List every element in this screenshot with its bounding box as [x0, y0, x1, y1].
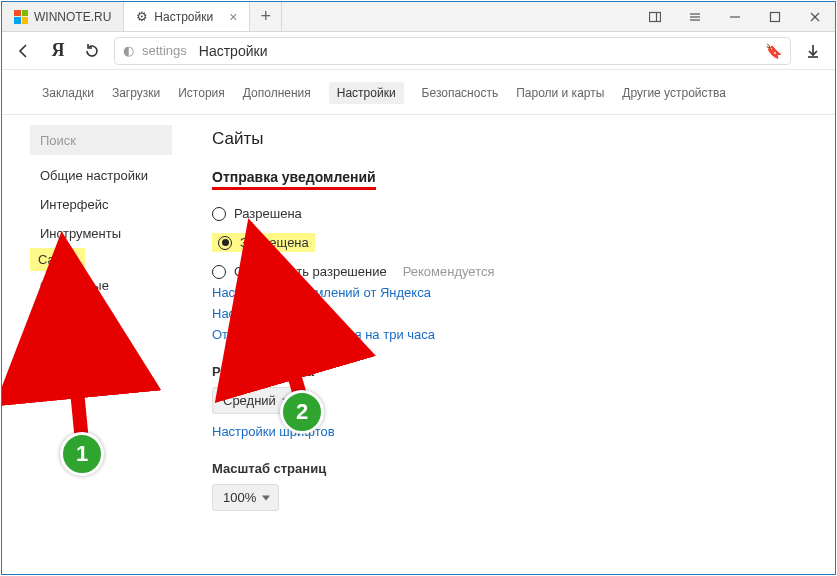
link-font-settings[interactable]: Настройки шрифтов [212, 424, 811, 439]
page-scale-dropdown[interactable]: 100% [212, 484, 279, 511]
font-size-heading: Размер шрифта [212, 364, 811, 379]
url-title: Настройки [199, 43, 268, 59]
page-title: Сайты [212, 129, 811, 149]
url-key: settings [142, 43, 187, 58]
radio-allowed[interactable]: Разрешена [212, 206, 811, 221]
link-disable-3h[interactable]: Отключить уведомления на три часа [212, 327, 811, 342]
sidebar-toggle-icon[interactable] [635, 2, 675, 32]
winnote-logo-icon [14, 10, 28, 24]
svg-rect-6 [771, 12, 780, 21]
address-bar: Я ◐ settings Настройки 🔖 [2, 32, 835, 70]
gear-icon: ⚙ [136, 9, 148, 24]
window-controls [635, 2, 835, 31]
recommended-label: Рекомендуется [403, 264, 495, 279]
sidebar-item-interface[interactable]: Интерфейс [30, 190, 172, 219]
radio-label: Разрешена [234, 206, 302, 221]
radio-icon-selected [218, 236, 232, 250]
sidebar-item-sites[interactable]: Сайты [30, 248, 85, 271]
sidebar-item-system[interactable]: Системные [30, 271, 172, 300]
yandex-logo-icon[interactable]: Я [46, 39, 70, 63]
page-scale-heading: Масштаб страниц [212, 461, 811, 476]
bookmark-icon[interactable]: 🔖 [765, 43, 782, 59]
reload-button[interactable] [80, 39, 104, 63]
radio-ask[interactable]: Спрашивать разрешение Рекомендуется [212, 264, 811, 279]
notifications-heading: Отправка уведомлений [212, 169, 376, 190]
content: Поиск Общие настройки Интерфейс Инструме… [2, 115, 835, 576]
radio-forbidden[interactable]: Запрещена [212, 233, 315, 252]
svg-rect-0 [650, 12, 661, 21]
sidebar-item-general[interactable]: Общие настройки [30, 161, 172, 190]
nav-security[interactable]: Безопасность [422, 86, 499, 100]
address-field[interactable]: ◐ settings Настройки 🔖 [114, 37, 791, 65]
nav-extensions[interactable]: Дополнения [243, 86, 311, 100]
nav-downloads[interactable]: Загрузки [112, 86, 160, 100]
radio-label: Запрещена [240, 235, 309, 250]
minimize-button[interactable] [715, 2, 755, 32]
link-yandex-notifications[interactable]: Настройки уведомлений от Яндекса [212, 285, 811, 300]
radio-icon [212, 265, 226, 279]
new-tab-button[interactable]: + [250, 2, 282, 31]
tab-active[interactable]: ⚙ Настройки × [124, 2, 250, 31]
sidebar-item-tools[interactable]: Инструменты [30, 219, 172, 248]
back-button[interactable] [12, 39, 36, 63]
nav-devices[interactable]: Другие устройства [622, 86, 726, 100]
nav-bookmarks[interactable]: Закладки [42, 86, 94, 100]
link-site-settings[interactable]: Настройки сайтов [212, 306, 811, 321]
tab-label: Настройки [154, 10, 213, 24]
shield-icon: ◐ [123, 43, 134, 58]
tab-label: WINNOTE.RU [34, 10, 111, 24]
titlebar: WINNOTE.RU ⚙ Настройки × + [2, 2, 835, 32]
search-input[interactable]: Поиск [30, 125, 172, 155]
tab-inactive[interactable]: WINNOTE.RU [2, 2, 124, 31]
menu-icon[interactable] [675, 2, 715, 32]
nav-history[interactable]: История [178, 86, 225, 100]
settings-nav: Закладки Загрузки История Дополнения Нас… [2, 70, 835, 115]
font-size-dropdown[interactable]: Средний [212, 387, 299, 414]
nav-settings[interactable]: Настройки [329, 82, 404, 104]
main-panel: Сайты Отправка уведомлений Разрешена Зап… [172, 115, 835, 576]
maximize-button[interactable] [755, 2, 795, 32]
download-button[interactable] [801, 39, 825, 63]
sidebar: Поиск Общие настройки Интерфейс Инструме… [2, 115, 172, 576]
radio-label: Спрашивать разрешение [234, 264, 387, 279]
nav-passwords[interactable]: Пароли и карты [516, 86, 604, 100]
close-button[interactable] [795, 2, 835, 32]
radio-icon [212, 207, 226, 221]
close-icon[interactable]: × [229, 9, 237, 25]
